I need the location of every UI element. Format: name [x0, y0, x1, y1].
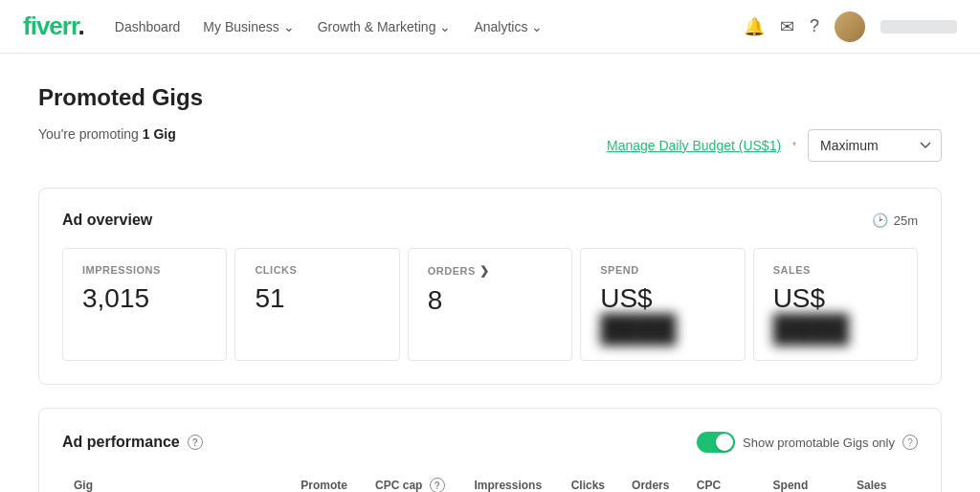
nav-dashboard[interactable]: Dashboard — [115, 19, 181, 34]
th-sales: Sales — [845, 468, 918, 492]
nav-growth-marketing[interactable]: Growth & Marketing ⌄ — [318, 19, 452, 34]
orders-value: 8 — [428, 285, 552, 316]
bell-icon[interactable]: 🔔 — [744, 16, 765, 37]
navbar-left: fiverr. Dashboard My Business ⌄ Growth &… — [23, 11, 543, 41]
spend-label: SPEND — [600, 264, 724, 276]
sales-blurred: ████ — [773, 314, 849, 345]
performance-table: Gig Promote CPC cap ? Impressions Clicks… — [62, 468, 918, 492]
help-icon[interactable]: ? — [810, 16, 819, 36]
ad-overview-card: Ad overview 🕑 25m IMPRESSIONS 3,015 CLIC… — [38, 188, 942, 385]
stat-orders: ORDERS ❯ 8 — [408, 248, 572, 361]
th-clicks: Clicks — [560, 468, 620, 492]
chevron-down-icon: ⌄ — [439, 19, 451, 34]
toggle-row: Show promotable Gigs only ? — [697, 432, 918, 453]
nav-links: Dashboard My Business ⌄ Growth & Marketi… — [115, 19, 544, 34]
avatar-image — [835, 11, 865, 42]
ad-overview-title: Ad overview — [62, 212, 152, 229]
promoting-text: You're promoting 1 Gig — [38, 126, 176, 142]
manage-budget-link[interactable]: Manage Daily Budget (US$1) — [607, 138, 781, 153]
ad-performance-card: Ad performance ? Show promotable Gigs on… — [38, 408, 942, 492]
clock-icon: 🕑 — [872, 212, 888, 228]
section-header: Ad performance ? Show promotable Gigs on… — [62, 432, 918, 453]
spend-value: US$████ — [600, 283, 724, 345]
sales-label: SALES — [773, 264, 898, 276]
page-title: Promoted Gigs — [38, 84, 942, 111]
th-promote: Promote — [289, 468, 364, 492]
impressions-label: IMPRESSIONS — [82, 264, 207, 276]
main-content: Promoted Gigs You're promoting 1 Gig Man… — [0, 54, 980, 492]
spend-blurred: ████ — [600, 314, 676, 345]
stat-clicks: CLICKS 51 — [234, 248, 399, 361]
mail-icon[interactable]: ✉ — [780, 16, 794, 37]
th-cpc-cap: CPC cap ? — [364, 468, 462, 492]
th-impressions: Impressions — [462, 468, 559, 492]
section-title: Ad performance ? — [62, 434, 203, 451]
avatar[interactable] — [835, 11, 865, 42]
time-badge: 🕑 25m — [872, 212, 918, 228]
sales-value: US$████ — [773, 283, 898, 345]
stats-row: IMPRESSIONS 3,015 CLICKS 51 ORDERS ❯ 8 S… — [62, 248, 918, 361]
table-head: Gig Promote CPC cap ? Impressions Clicks… — [62, 468, 918, 492]
navbar: fiverr. Dashboard My Business ⌄ Growth &… — [0, 0, 980, 54]
user-name — [880, 20, 957, 34]
promotable-toggle[interactable] — [697, 432, 735, 453]
orders-arrow-icon: ❯ — [479, 264, 490, 278]
navbar-right: 🔔 ✉ ? — [744, 11, 957, 42]
toggle-knob — [716, 434, 733, 451]
table-header-row: Gig Promote CPC cap ? Impressions Clicks… — [62, 468, 918, 492]
clicks-value: 51 — [255, 283, 379, 314]
budget-select[interactable]: Maximum — [808, 129, 942, 162]
performance-help-icon[interactable]: ? — [188, 435, 203, 450]
logo[interactable]: fiverr. — [23, 11, 84, 41]
cpc-help-icon[interactable]: ? — [430, 478, 445, 492]
th-gig: Gig — [62, 468, 289, 492]
asterisk-icon: * — [792, 141, 796, 151]
nav-analytics[interactable]: Analytics ⌄ — [474, 19, 543, 34]
card-header: Ad overview 🕑 25m — [62, 212, 918, 229]
th-orders: Orders — [620, 468, 685, 492]
nav-my-business[interactable]: My Business ⌄ — [203, 19, 294, 34]
stat-spend: SPEND US$████ — [580, 248, 745, 361]
clicks-label: CLICKS — [255, 264, 379, 276]
th-cpc: CPC — [685, 468, 762, 492]
stat-impressions: IMPRESSIONS 3,015 — [62, 248, 227, 361]
orders-label: ORDERS ❯ — [428, 264, 552, 278]
promotable-help-icon[interactable]: ? — [902, 435, 918, 450]
chevron-down-icon: ⌄ — [283, 19, 295, 34]
show-promotable-label: Show promotable Gigs only — [743, 436, 895, 450]
impressions-value: 3,015 — [82, 283, 207, 314]
stat-sales: SALES US$████ — [753, 248, 918, 361]
time-label: 25m — [894, 213, 918, 228]
th-spend: Spend — [762, 468, 845, 492]
chevron-down-icon: ⌄ — [531, 19, 543, 34]
